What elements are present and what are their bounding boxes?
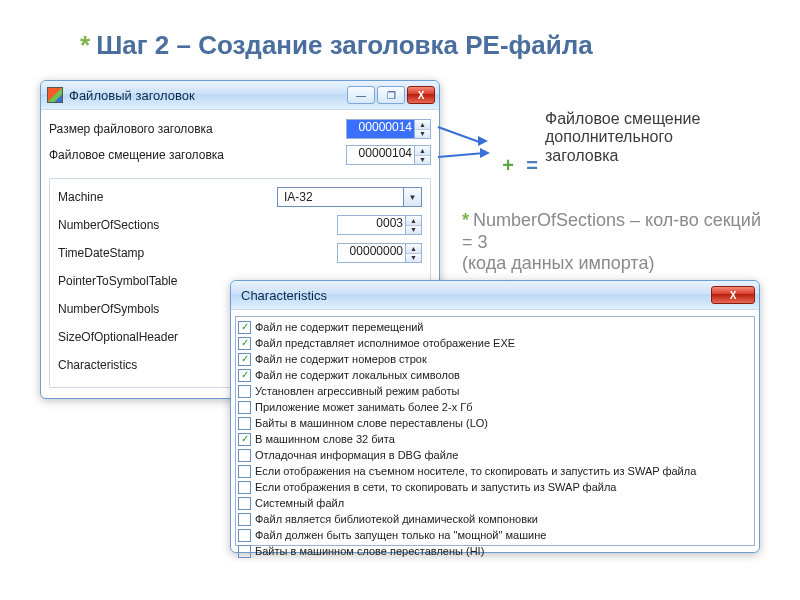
characteristics-item-label: Файл должен быть запущен только на "мощн… [255, 529, 546, 541]
slide-title: *Шаг 2 – Создание заголовка PE-файла [80, 30, 593, 61]
file-header-title: Файловый заголовок [69, 88, 347, 103]
checkbox[interactable] [238, 449, 251, 462]
characteristics-item[interactable]: В машинном слове 32 бита [238, 431, 752, 447]
machine-label: Machine [58, 190, 277, 204]
characteristics-item[interactable]: Приложение может занимать более 2-х Гб [238, 399, 752, 415]
characteristics-item-label: Если отображения в сети, то скопировать … [255, 481, 616, 493]
checkbox[interactable] [238, 321, 251, 334]
checkbox[interactable] [238, 353, 251, 366]
characteristics-item[interactable]: Если отображения в сети, то скопировать … [238, 479, 752, 495]
characteristics-item[interactable]: Системный файл [238, 495, 752, 511]
header-offset-label: Файловое смещение заголовка [49, 148, 346, 162]
spin-up-icon[interactable]: ▲ [406, 244, 421, 254]
machine-combo[interactable]: IA-32 ▼ [277, 187, 422, 207]
checkbox[interactable] [238, 369, 251, 382]
maximize-button[interactable]: ❐ [377, 86, 405, 104]
characteristics-item-label: Файл не содержит перемещений [255, 321, 424, 333]
checkbox[interactable] [238, 417, 251, 430]
characteristics-item-label: В машинном слове 32 бита [255, 433, 395, 445]
checkbox[interactable] [238, 481, 251, 494]
characteristics-item[interactable]: Файл должен быть запущен только на "мощн… [238, 527, 752, 543]
checkbox[interactable] [238, 337, 251, 350]
header-offset-field[interactable]: 00000104 ▲▼ [346, 145, 431, 165]
annotation-numsections-a: NumberOfSections – кол-во секций = 3 [462, 210, 761, 252]
characteristics-list[interactable]: Файл не содержит перемещенийФайл предста… [235, 316, 755, 546]
spinner[interactable]: ▲▼ [414, 120, 430, 138]
checkbox[interactable] [238, 401, 251, 414]
timedatestamp-field[interactable]: 00000000 ▲▼ [337, 243, 422, 263]
checkbox[interactable] [238, 433, 251, 446]
plus-equals-icon: + = [498, 155, 542, 175]
characteristics-item[interactable]: Установлен агрессивный режим работы [238, 383, 752, 399]
characteristics-item[interactable]: Байты в машинном слове переставлены (HI) [238, 543, 752, 559]
spinner[interactable]: ▲▼ [414, 146, 430, 164]
characteristics-title: Characteristics [237, 288, 711, 303]
bullet-star-icon: * [462, 210, 469, 230]
spin-down-icon[interactable]: ▼ [415, 130, 430, 139]
checkbox[interactable] [238, 385, 251, 398]
numsections-value: 0003 [376, 216, 403, 230]
spin-up-icon[interactable]: ▲ [406, 216, 421, 226]
checkbox[interactable] [238, 545, 251, 558]
header-offset-value: 00000104 [359, 146, 412, 160]
annotation-offset: Файловое смещение дополнительного заголо… [545, 110, 735, 165]
spinner[interactable]: ▲▼ [405, 216, 421, 234]
spin-down-icon[interactable]: ▼ [406, 254, 421, 263]
characteristics-item[interactable]: Файл является библиотекой динамической к… [238, 511, 752, 527]
checkbox[interactable] [238, 497, 251, 510]
close-button[interactable]: X [711, 286, 755, 304]
file-header-titlebar[interactable]: Файловый заголовок — ❐ X [41, 81, 439, 109]
header-size-value: 00000014 [359, 120, 412, 134]
app-icon [47, 87, 63, 103]
characteristics-item[interactable]: Файл представляет исполнимое отображение… [238, 335, 752, 351]
machine-value: IA-32 [278, 190, 403, 204]
header-size-field[interactable]: 00000014 ▲▼ [346, 119, 431, 139]
spin-down-icon[interactable]: ▼ [406, 226, 421, 235]
characteristics-item-label: Файл не содержит локальных символов [255, 369, 460, 381]
characteristics-titlebar[interactable]: Characteristics X [231, 281, 759, 309]
characteristics-window: Characteristics X Файл не содержит перем… [230, 280, 760, 553]
characteristics-item-label: Отладочная информация в DBG файле [255, 449, 458, 461]
checkbox[interactable] [238, 529, 251, 542]
characteristics-item-label: Байты в машинном слове переставлены (LO) [255, 417, 488, 429]
spinner[interactable]: ▲▼ [405, 244, 421, 262]
numsections-label: NumberOfSections [58, 218, 337, 232]
characteristics-item[interactable]: Если отображения на съемном носителе, то… [238, 463, 752, 479]
characteristics-item[interactable]: Файл не содержит перемещений [238, 319, 752, 335]
bullet-star-icon: * [80, 30, 90, 60]
characteristics-item[interactable]: Файл не содержит локальных символов [238, 367, 752, 383]
characteristics-item-label: Файл не содержит номеров строк [255, 353, 427, 365]
annotation-numsections: *NumberOfSections – кол-во секций = 3 (к… [462, 210, 762, 275]
characteristics-item[interactable]: Байты в машинном слове переставлены (LO) [238, 415, 752, 431]
arrows-graphic [438, 118, 498, 178]
characteristics-item-label: Установлен агрессивный режим работы [255, 385, 459, 397]
spin-down-icon[interactable]: ▼ [415, 156, 430, 165]
characteristics-item[interactable]: Отладочная информация в DBG файле [238, 447, 752, 463]
characteristics-item-label: Файл представляет исполнимое отображение… [255, 337, 515, 349]
annotation-numsections-b: (кода данных импорта) [462, 253, 654, 273]
characteristics-item-label: Файл является библиотекой динамической к… [255, 513, 538, 525]
close-button[interactable]: X [407, 86, 435, 104]
header-size-label: Размер файлового заголовка [49, 122, 346, 136]
characteristics-item[interactable]: Файл не содержит номеров строк [238, 351, 752, 367]
slide-title-text: Шаг 2 – Создание заголовка PE-файла [96, 30, 593, 60]
spin-up-icon[interactable]: ▲ [415, 120, 430, 130]
characteristics-item-label: Если отображения на съемном носителе, то… [255, 465, 696, 477]
plus-icon: + [498, 155, 518, 175]
timedatestamp-value: 00000000 [350, 244, 403, 258]
characteristics-item-label: Байты в машинном слове переставлены (HI) [255, 545, 484, 557]
equals-icon: = [522, 155, 542, 175]
timedatestamp-label: TimeDateStamp [58, 246, 337, 260]
checkbox[interactable] [238, 513, 251, 526]
characteristics-item-label: Системный файл [255, 497, 344, 509]
chevron-down-icon[interactable]: ▼ [403, 188, 421, 206]
characteristics-item-label: Приложение может занимать более 2-х Гб [255, 401, 472, 413]
numsections-field[interactable]: 0003 ▲▼ [337, 215, 422, 235]
checkbox[interactable] [238, 465, 251, 478]
spin-up-icon[interactable]: ▲ [415, 146, 430, 156]
minimize-button[interactable]: — [347, 86, 375, 104]
